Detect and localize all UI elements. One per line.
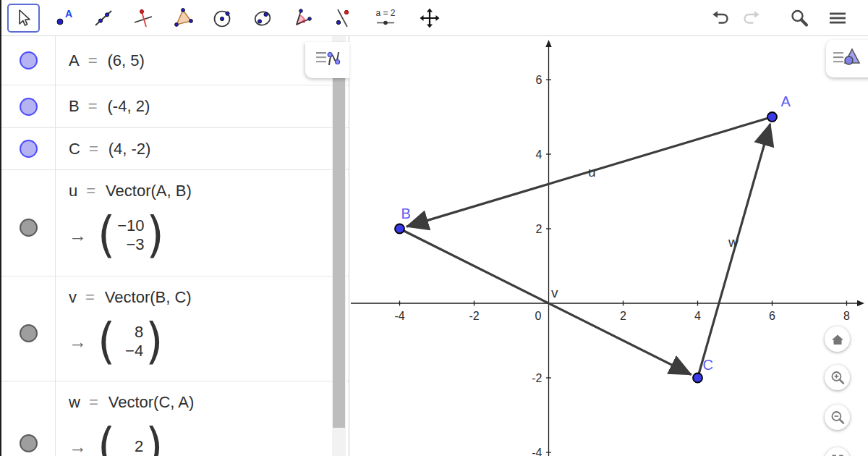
vector-x: 8	[135, 323, 143, 342]
point-label-A: A	[781, 93, 791, 109]
reflect-tool-button[interactable]	[326, 4, 358, 33]
angle-icon: α	[292, 7, 313, 29]
graphics-settings-icon	[830, 44, 864, 73]
y-tick-label: 4	[536, 148, 542, 161]
undo-button[interactable]	[711, 9, 731, 28]
right-paren: )	[147, 212, 164, 259]
x-tick-label: 6	[769, 310, 775, 322]
maps-to-arrow: →	[69, 332, 98, 352]
zoom-in-icon	[829, 369, 846, 387]
zoom-in-button[interactable]	[825, 365, 850, 390]
coordinate-plane: -4-224680642-2-4uvwABC	[349, 36, 868, 456]
toolbar-actions	[711, 8, 868, 28]
graphics-stylebar-button[interactable]	[826, 40, 868, 77]
x-tick-label: -2	[469, 310, 479, 322]
visibility-toggle-w[interactable]	[20, 434, 38, 452]
polygon-tool-button[interactable]	[166, 4, 199, 33]
svg-text:A: A	[65, 8, 72, 20]
vector-v[interactable]	[400, 229, 692, 375]
circle-tool-button[interactable]	[206, 4, 239, 33]
object-value: (-4, 2)	[108, 97, 150, 116]
x-axis-arrow	[857, 300, 864, 306]
algebra-row-C[interactable]: C = (4, -2)	[1, 128, 349, 170]
perpendicular-line-tool-button[interactable]	[127, 4, 159, 33]
point-A[interactable]	[767, 112, 777, 122]
object-name: w	[69, 393, 80, 412]
conic-tool-button[interactable]	[246, 4, 278, 33]
algebra-settings-icon	[312, 46, 344, 75]
redo-button[interactable]	[741, 9, 761, 28]
right-paren: )	[145, 318, 163, 366]
object-definition: Vector(B, C)	[105, 288, 192, 307]
object-definition: Vector(A, B)	[106, 182, 192, 200]
point-label-B: B	[401, 206, 411, 221]
algebra-panel: A = (6, 5) B = (-4, 2)	[1, 36, 349, 456]
slider-tool-button[interactable]: a = 2	[365, 4, 406, 33]
hamburger-menu-icon	[827, 9, 848, 28]
visibility-toggle-v[interactable]	[20, 324, 38, 342]
menu-button[interactable]	[827, 9, 848, 28]
visibility-toggle-u[interactable]	[20, 219, 38, 237]
algebra-row-u[interactable]: u = Vector(A, B) → ( −10 −3 )	[1, 170, 349, 276]
search-button[interactable]	[789, 8, 809, 28]
point-C[interactable]	[693, 373, 702, 383]
move-tool-button[interactable]	[7, 4, 40, 33]
vector-y: −3	[126, 235, 144, 254]
ellipse-icon	[252, 7, 273, 29]
home-button[interactable]	[825, 326, 850, 352]
algebra-row-v[interactable]: v = Vector(B, C) → ( 8 −4 )	[1, 276, 349, 381]
visibility-toggle-A[interactable]	[20, 51, 38, 69]
x-tick-label: 8	[843, 310, 850, 322]
algebra-row-w[interactable]: w = Vector(C, A) → ( 2 )	[1, 381, 349, 456]
vector-matrix-v: → ( 8 −4 )	[69, 316, 349, 368]
cursor-icon	[13, 7, 35, 29]
perpendicular-line-icon	[132, 7, 154, 29]
algebra-stylebar-button[interactable]	[305, 42, 349, 78]
object-name: B	[69, 97, 80, 116]
line-icon	[93, 7, 114, 29]
algebra-row-A[interactable]: A = (6, 5)	[1, 36, 349, 85]
right-paren: )	[145, 423, 163, 456]
x-tick-label: 2	[620, 310, 626, 322]
move-graphics-tool-button[interactable]	[413, 4, 446, 33]
algebra-row-B[interactable]: B = (-4, 2)	[1, 85, 349, 128]
zoom-out-button[interactable]	[825, 405, 850, 430]
graphics-view[interactable]: -4-224680642-2-4uvwABC	[349, 36, 868, 456]
y-axis-arrow	[545, 40, 551, 47]
equals-sign: =	[89, 393, 98, 412]
object-name: A	[69, 51, 80, 70]
vector-y: −4	[125, 342, 143, 360]
point-icon: A	[53, 7, 75, 29]
visibility-toggle-C[interactable]	[20, 140, 38, 158]
home-icon	[830, 332, 846, 347]
vector-label-v: v	[551, 285, 558, 300]
object-definition: Vector(C, A)	[109, 393, 195, 412]
equals-sign: =	[86, 182, 95, 200]
move-graphics-icon	[419, 7, 441, 29]
vector-w[interactable]	[698, 124, 770, 378]
main-area: A = (6, 5) B = (-4, 2)	[1, 36, 868, 456]
y-tick-label: -2	[532, 372, 542, 384]
vector-label-w: w	[728, 235, 739, 250]
angle-tool-button[interactable]: α	[286, 4, 318, 33]
left-paren: (	[98, 318, 115, 366]
object-name: v	[69, 288, 77, 307]
point-tool-button[interactable]: A	[47, 4, 80, 33]
svg-text:a = 2: a = 2	[375, 8, 395, 18]
visibility-toggle-B[interactable]	[20, 98, 38, 116]
tool-group: A	[1, 4, 711, 33]
object-value: (6, 5)	[108, 51, 145, 70]
redo-icon	[741, 9, 761, 28]
y-tick-label: 2	[536, 223, 542, 235]
polygon-icon	[172, 7, 194, 29]
object-name: u	[69, 182, 77, 200]
vector-matrix-u: → ( −10 −3 )	[69, 209, 349, 261]
point-label-C: C	[703, 357, 713, 373]
equals-sign: =	[85, 288, 95, 307]
algebra-scrollbar-thumb[interactable]	[333, 77, 345, 428]
point-B[interactable]	[395, 224, 404, 234]
left-paren: (	[98, 212, 115, 259]
line-tool-button[interactable]	[87, 4, 119, 33]
toolbar: A	[1, 0, 868, 36]
equals-sign: =	[89, 140, 98, 159]
